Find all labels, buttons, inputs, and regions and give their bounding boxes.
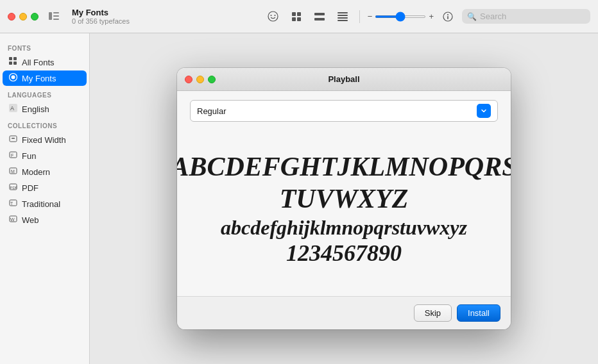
sidebar-item-all-fonts[interactable]: All Fonts (3, 54, 87, 70)
main-area: Fonts All Fonts My Fonts Language (0, 33, 598, 364)
sidebar-item-web[interactable]: W Web (3, 212, 87, 228)
svg-text:PDF: PDF (10, 186, 18, 190)
sidebar: Fonts All Fonts My Fonts Language (0, 33, 90, 364)
sidebar-item-my-fonts[interactable]: My Fonts (3, 70, 87, 86)
modal-maximize-button[interactable] (208, 76, 216, 83)
fun-icon: F (9, 151, 17, 161)
app-title: My Fonts (72, 8, 130, 17)
svg-point-19 (447, 14, 448, 15)
modal-traffic-lights (185, 76, 216, 83)
modal-footer: Skip Install (177, 296, 511, 329)
title-bar-info: My Fonts 0 of 356 typefaces (72, 8, 130, 25)
modern-icon: M (9, 167, 17, 177)
all-fonts-label: All Fonts (22, 58, 55, 67)
svg-rect-22 (9, 62, 12, 65)
maximize-button[interactable] (31, 13, 38, 21)
traditional-label: Traditional (22, 199, 60, 209)
title-bar: My Fonts 0 of 356 typefaces (0, 0, 598, 33)
svg-rect-8 (297, 12, 301, 16)
fonts-section-label: Fonts (0, 40, 89, 54)
svg-rect-1 (53, 12, 59, 13)
strip-view-icon[interactable] (311, 8, 329, 26)
svg-rect-12 (314, 18, 325, 21)
svg-rect-16 (337, 20, 348, 21)
pdf-icon: PDF (9, 183, 17, 193)
sidebar-item-fixed-width[interactable]: Fixed Width (3, 132, 87, 147)
font-install-dialog: Playball Regular ABCDEFGHTJKLMNOPQRS (177, 68, 511, 329)
sidebar-item-modern[interactable]: M Modern (3, 164, 87, 179)
close-button[interactable] (8, 13, 15, 21)
modal-close-button[interactable] (185, 76, 192, 83)
svg-rect-29 (12, 138, 15, 139)
modal-title: Playball (328, 74, 359, 84)
preview-line-3: abcdefghijklmnopqrstuvwxyz (221, 215, 467, 240)
svg-point-4 (268, 12, 278, 21)
content-area: Playball Regular ABCDEFGHTJKLMNOPQRS (90, 33, 598, 364)
sidebar-item-english[interactable]: A English (3, 101, 87, 117)
fixed-width-label: Fixed Width (22, 135, 66, 145)
app-subtitle: 0 of 356 typefaces (72, 17, 130, 25)
modal-minimize-button[interactable] (196, 76, 204, 83)
collections-section-label: Collections (0, 117, 89, 131)
svg-rect-18 (447, 16, 448, 19)
list-view-icon[interactable] (334, 8, 352, 26)
my-fonts-icon (9, 73, 17, 83)
search-input[interactable] (480, 12, 585, 21)
svg-rect-20 (9, 57, 12, 60)
svg-rect-11 (314, 13, 325, 15)
modern-label: Modern (22, 167, 50, 177)
search-box[interactable]: 🔍 (462, 9, 590, 24)
svg-point-6 (275, 15, 276, 16)
modal-body: Regular ABCDEFGHTJKLMNOPQRS TUVWXYZ abcd… (177, 91, 511, 296)
grid-view-icon[interactable] (287, 8, 305, 26)
search-icon: 🔍 (467, 12, 477, 21)
svg-rect-21 (13, 57, 17, 60)
font-style-chevron-icon[interactable] (477, 104, 491, 118)
pdf-label: PDF (22, 183, 38, 193)
modal-titlebar: Playball (177, 68, 511, 91)
traffic-lights (8, 13, 38, 21)
svg-rect-9 (292, 17, 296, 21)
install-button[interactable]: Install (457, 304, 500, 322)
svg-rect-23 (13, 62, 17, 65)
sidebar-item-fun[interactable]: F Fun (3, 148, 87, 163)
sidebar-toggle-icon[interactable] (49, 12, 59, 22)
toolbar-icons: − + 🔍 (264, 8, 590, 26)
preview-line-1: ABCDEFGHTJKLMNOPQRS (177, 151, 511, 183)
fixed-width-icon (9, 135, 17, 145)
modal-overlay: Playball Regular ABCDEFGHTJKLMNOPQRS (90, 33, 598, 364)
svg-point-5 (271, 15, 272, 16)
info-icon[interactable] (439, 8, 457, 26)
svg-text:W: W (10, 217, 15, 222)
skip-button[interactable]: Skip (414, 304, 452, 322)
smiley-view-icon[interactable] (264, 8, 282, 26)
english-icon: A (9, 104, 17, 114)
web-icon: W (9, 215, 17, 225)
fun-label: Fun (22, 151, 36, 161)
sidebar-item-pdf[interactable]: PDF PDF (3, 180, 87, 195)
sidebar-item-traditional[interactable]: T Traditional (3, 196, 87, 211)
languages-section-label: Languages (0, 87, 89, 101)
all-fonts-icon (9, 57, 17, 67)
svg-text:T: T (10, 201, 13, 206)
svg-rect-13 (337, 12, 348, 13)
svg-text:M: M (11, 169, 15, 174)
svg-rect-3 (53, 19, 59, 20)
size-increase-icon[interactable]: + (429, 12, 434, 21)
svg-rect-15 (337, 17, 348, 19)
svg-rect-2 (53, 15, 59, 17)
size-decrease-icon[interactable]: − (368, 12, 373, 21)
font-style-value: Regular (197, 106, 477, 116)
my-fonts-label: My Fonts (22, 74, 56, 83)
svg-point-25 (12, 76, 15, 79)
size-slider-group[interactable]: − + (368, 12, 434, 21)
size-slider[interactable] (375, 15, 426, 18)
svg-text:A: A (10, 105, 14, 112)
preview-line-4: 1234567890 (286, 240, 402, 267)
svg-rect-14 (337, 15, 348, 16)
svg-rect-0 (49, 12, 52, 20)
traditional-icon: T (9, 199, 17, 209)
font-style-selector[interactable]: Regular (190, 100, 498, 122)
minimize-button[interactable] (19, 13, 27, 21)
font-preview-area: ABCDEFGHTJKLMNOPQRS TUVWXYZ abcdefghijkl… (190, 132, 498, 286)
